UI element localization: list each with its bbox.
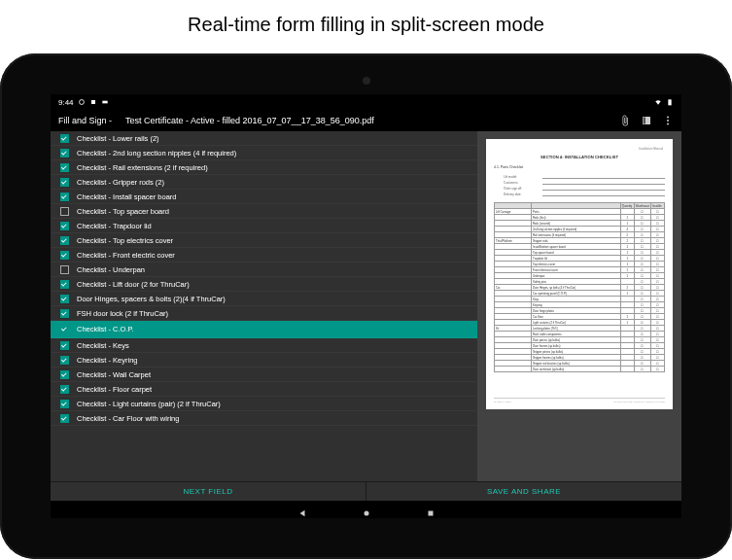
nav-home-icon[interactable] <box>362 505 371 514</box>
checkbox[interactable] <box>60 414 69 423</box>
checklist-item-label: Checklist - Keyring <box>77 356 138 365</box>
checkbox[interactable] <box>60 295 69 303</box>
checklist-item-label: Checklist - Car Floor with wiring <box>77 414 179 423</box>
checklist-item[interactable]: Checklist - 2nd long section nipples (4 … <box>51 146 477 160</box>
panel-toggle-icon[interactable] <box>641 115 652 126</box>
checklist-item[interactable]: Checklist - Wall Carpet <box>51 368 477 382</box>
battery-icon <box>666 98 674 106</box>
checklist-item[interactable]: Checklist - Install spacer board <box>51 190 477 204</box>
status-time: 9:44 <box>58 98 74 107</box>
checklist-item[interactable]: FSH door lock (2 if ThruCar) <box>51 306 477 321</box>
nav-recent-icon[interactable] <box>426 505 436 514</box>
svg-rect-9 <box>428 511 433 516</box>
pdf-manual-label: Installation Manual <box>639 147 663 151</box>
checklist-item[interactable]: Checklist - C.O.P. <box>51 321 477 338</box>
checklist-item[interactable]: Checklist - Lift door (2 for ThruCar) <box>51 277 477 292</box>
checklist-item-label: Checklist - Lower rails (2) <box>77 134 159 143</box>
tablet-frame: 9:44 Fill and Sig <box>0 53 732 559</box>
checklist-item-label: Checklist - Keys <box>77 341 129 350</box>
checklist-item[interactable]: Door Hinges, spacers & bolts (2)(4 if Th… <box>51 292 477 306</box>
checklist-item-label: Checklist - Install spacer board <box>77 192 177 201</box>
checkbox[interactable] <box>60 370 69 379</box>
checklist-item-label: Checklist - Lift door (2 for ThruCar) <box>77 280 190 289</box>
checklist-item[interactable]: Checklist - Gripper rods (2) <box>51 175 477 190</box>
checklist-item[interactable]: Checklist - Car Floor with wiring <box>51 411 477 426</box>
checkbox[interactable] <box>60 222 69 230</box>
checklist-item-label: Checklist - Gripper rods (2) <box>77 178 164 187</box>
checklist-item[interactable]: Checklist - Keys <box>51 338 477 353</box>
checklist-item-label: FSH door lock (2 if ThruCar) <box>77 309 168 318</box>
checklist-item-label: Checklist - Top spacer board <box>77 207 169 216</box>
checkbox[interactable] <box>60 309 69 318</box>
checkbox[interactable] <box>60 265 69 274</box>
bottom-button-bar: NEXT FIELD SAVE AND SHARE <box>51 481 681 501</box>
checklist-item-label: Checklist - 2nd long section nipples (4 … <box>77 149 236 158</box>
checklist-item-label: Checklist - Floor carpet <box>77 385 152 394</box>
svg-point-8 <box>364 511 368 516</box>
nav-back-icon[interactable] <box>297 505 307 514</box>
pdf-footer: Fri, Dec 9, 2016 Fill and Sign PDF Forms… <box>494 398 665 403</box>
checklist-item[interactable]: Checklist - Underpan <box>51 262 477 277</box>
app-title: Fill and Sign - <box>58 116 112 125</box>
checklist-item-label: Checklist - Front electric cover <box>77 251 175 260</box>
checkbox[interactable] <box>60 149 69 158</box>
svg-rect-4 <box>644 118 646 124</box>
pdf-page: Installation Manual SECTION 4: INSTALLAT… <box>486 139 673 409</box>
attach-icon[interactable] <box>619 115 631 126</box>
checklist-item[interactable]: Checklist - Lower rails (2) <box>51 131 477 146</box>
checkbox[interactable] <box>60 178 69 187</box>
svg-point-5 <box>667 117 669 119</box>
checklist-item[interactable]: Checklist - Rail extensions (2 if requir… <box>51 160 477 175</box>
checkbox[interactable] <box>60 192 69 201</box>
pdf-table: QuantityWarehouseInstallerLift CarriageP… <box>494 202 665 372</box>
page-caption: Real-time form filling in split-screen m… <box>0 0 732 46</box>
next-field-button[interactable]: NEXT FIELD <box>51 482 366 501</box>
pdf-field-lift-model: Lift model: <box>504 175 542 179</box>
checklist-item[interactable]: Checklist - Front electric cover <box>51 248 477 262</box>
checklist-item-label: Checklist - Underpan <box>77 265 145 274</box>
checklist-item[interactable]: Checklist - Floor carpet <box>51 382 477 397</box>
checkbox[interactable] <box>60 325 69 333</box>
checklist-item[interactable]: Checklist - Top spacer board <box>51 204 477 219</box>
checkbox[interactable] <box>60 341 69 350</box>
checklist-item[interactable]: Checklist - Keyring <box>51 353 477 368</box>
svg-rect-0 <box>91 100 95 104</box>
checkbox[interactable] <box>60 251 69 260</box>
checkbox[interactable] <box>60 134 69 143</box>
more-icon[interactable] <box>662 115 674 126</box>
checklist-item[interactable]: Checklist - Top electrics cover <box>51 233 477 248</box>
save-and-share-button[interactable]: SAVE AND SHARE <box>366 482 681 501</box>
pdf-field-delivery-date: Delivery date: <box>504 192 542 196</box>
checklist-item-label: Checklist - Trapdoor lid <box>77 222 152 230</box>
checkbox[interactable] <box>60 356 69 365</box>
checklist-item[interactable]: Checklist - Trapdoor lid <box>51 219 477 233</box>
checklist-pane[interactable]: Checklist - Lower rails (2)Checklist - 2… <box>51 131 477 481</box>
system-icon <box>101 98 109 106</box>
checklist-item[interactable]: Checklist - Light curtains (pair) (2 if … <box>51 397 477 411</box>
svg-rect-2 <box>668 99 671 105</box>
pdf-field-order-sign-off: Order sign off: <box>504 187 542 191</box>
alarm-icon <box>78 98 86 106</box>
file-name: Test Certificate - Active - filled 2016_… <box>125 116 619 125</box>
checklist-item-label: Checklist - Light curtains (pair) (2 if … <box>77 400 221 408</box>
checklist-item-label: Door Hinges, spacers & bolts (2)(4 if Th… <box>77 295 226 303</box>
checkbox[interactable] <box>60 207 69 216</box>
checklist-item-label: Checklist - Rail extensions (2 if requir… <box>77 163 208 172</box>
pdf-field-customers: Customers: <box>504 181 542 185</box>
pdf-section-title: SECTION 4: INSTALLATION CHECKLIST <box>494 155 665 159</box>
checkbox[interactable] <box>60 400 69 408</box>
svg-point-7 <box>667 123 669 125</box>
svg-rect-1 <box>102 101 107 104</box>
checkbox[interactable] <box>60 385 69 394</box>
checkbox[interactable] <box>60 236 69 245</box>
tablet-screen: 9:44 Fill and Sig <box>51 94 681 518</box>
checkbox[interactable] <box>60 280 69 289</box>
checkbox[interactable] <box>60 163 69 172</box>
svg-point-6 <box>667 120 669 122</box>
checklist-item-label: Checklist - Wall Carpet <box>77 370 151 379</box>
pdf-subtitle: 4.1. Parts Checklist <box>494 165 665 169</box>
android-nav-bar <box>51 501 681 518</box>
app-bar: Fill and Sign - Test Certificate - Activ… <box>51 110 681 131</box>
pdf-preview-pane[interactable]: Installation Manual SECTION 4: INSTALLAT… <box>477 131 681 481</box>
status-bar: 9:44 <box>51 94 681 110</box>
